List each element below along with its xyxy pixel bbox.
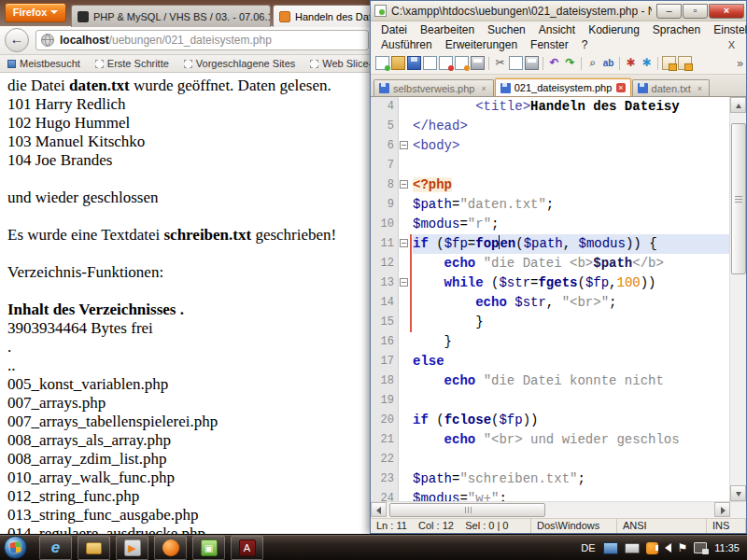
code-line: $modus="r"; (413, 215, 729, 234)
code-token: ; (491, 217, 499, 231)
vertical-scrollbar[interactable] (729, 97, 746, 501)
menu-item-ansicht[interactable]: Ansicht (532, 23, 582, 36)
replace-icon[interactable]: ab (601, 56, 615, 70)
code-token: 014_regulaere_ausdruecke.php (7, 525, 205, 534)
volume-icon[interactable] (665, 543, 671, 553)
document-tab-close-icon[interactable]: × (616, 83, 625, 92)
start-button[interactable] (4, 536, 27, 559)
document-tab-close-icon[interactable]: × (696, 84, 704, 93)
undo-icon[interactable]: ↶ (547, 56, 561, 70)
code-line: echo $str, "<br>"; (413, 293, 729, 313)
firefox-window: Firefox PHP & MySQL / VHS BS / 03. - 07.… (0, 0, 372, 534)
network-icon[interactable] (694, 542, 707, 553)
fold-collapse-icon[interactable]: – (400, 278, 408, 287)
menu-item-?[interactable]: ? (575, 38, 595, 51)
bookmark-item[interactable]: Vorgeschlagene Sites (176, 55, 303, 72)
maximize-button[interactable]: ▫ (683, 4, 708, 19)
open-file-icon[interactable] (391, 56, 405, 70)
taskbar-clock[interactable]: 11:35 (714, 542, 743, 553)
code-line: if ($fp=fopen($path, $modus)) { (413, 234, 729, 254)
close-button[interactable]: × (709, 4, 744, 19)
save-file-icon[interactable] (407, 56, 421, 70)
bookmark-item[interactable]: Erste Schritte (88, 55, 176, 72)
menu-item-sprachen[interactable]: Sprachen (646, 23, 707, 36)
minimize-button[interactable]: – (656, 4, 682, 19)
fold-collapse-icon[interactable]: – (400, 239, 408, 247)
code-token: } (413, 334, 452, 349)
fold-collapse-icon[interactable]: – (400, 141, 408, 149)
scroll-left-arrow[interactable] (371, 502, 387, 517)
taskbar-pinned-apps: e▶▣A (39, 536, 263, 560)
document-tab-active[interactable]: 021_dateisystem.php× (495, 78, 631, 96)
menu-item-suchen[interactable]: Suchen (481, 23, 532, 36)
address-bar[interactable]: localhost /uebungen/021_dateisystem.php (35, 30, 369, 50)
document-tab-close-icon[interactable]: × (479, 84, 487, 93)
scroll-up-arrow[interactable] (730, 97, 746, 113)
save-copy-icon[interactable] (423, 56, 437, 70)
new-file-icon[interactable] (375, 56, 389, 70)
document-tab[interactable]: daten.txt× (632, 79, 710, 96)
horizontal-scrollbar[interactable] (371, 501, 746, 518)
doc-switch-icon[interactable] (662, 56, 676, 70)
menu-item-bearbeiten[interactable]: Bearbeiten (414, 23, 481, 36)
taskbar-button-media-player[interactable]: ▶ (116, 536, 148, 560)
notepadpp-titlebar[interactable]: C:\xampp\htdocs\uebungen\021_dateisystem… (371, 1, 746, 21)
code-token: Es wurde eine Textdatei (7, 226, 164, 244)
menu-item-ausfhren[interactable]: Ausführen (374, 38, 439, 51)
fold-cell (399, 254, 413, 273)
line-number: 23 (371, 469, 394, 489)
code-token: </head> (413, 119, 468, 133)
taskbar-button-adobe-reader[interactable]: A (231, 536, 263, 560)
fold-collapse-icon[interactable]: – (400, 180, 408, 189)
firefox-app-button[interactable]: Firefox (5, 3, 66, 22)
close-document-icon[interactable]: X (721, 39, 742, 50)
back-button[interactable]: ← (5, 28, 29, 52)
windows-explorer-icon (86, 542, 102, 554)
bookmark-item[interactable]: Meistbesucht (0, 55, 88, 72)
paste-icon[interactable] (525, 56, 539, 70)
menu-item-datei[interactable]: Datei (374, 23, 414, 36)
line-number: 11 (371, 234, 394, 254)
flag-icon[interactable]: ⚑ (678, 541, 688, 554)
close-all-icon[interactable] (455, 56, 469, 70)
toolbar-overflow-icon[interactable]: » (737, 57, 743, 70)
redo-icon[interactable]: ↷ (563, 56, 577, 70)
copy-icon[interactable] (509, 56, 523, 70)
bold-text: schreiben.txt (164, 226, 252, 244)
play-macro-icon[interactable]: ✱ (640, 56, 654, 70)
vertical-scroll-thumb[interactable] (731, 123, 746, 274)
taskbar-button-windows-explorer[interactable] (78, 536, 110, 560)
keyboard-language-indicator[interactable]: DE (581, 542, 595, 553)
line-number: 21 (371, 430, 394, 450)
code-line: echo "die Datei <b>$path</b> (413, 254, 729, 273)
record-macro-icon[interactable]: ✱ (624, 56, 638, 70)
fold-cell (399, 430, 413, 450)
find-icon[interactable]: ⌕ (585, 56, 599, 70)
cut-icon[interactable]: ✂ (493, 56, 507, 70)
taskbar-button-image-viewer[interactable]: ▣ (192, 536, 225, 560)
menu-item-fenster[interactable]: Fenster (524, 38, 575, 51)
code-line: $modus="w+"; (413, 489, 729, 501)
page-text-line: .. (7, 357, 372, 375)
fold-cell (399, 411, 413, 430)
display-icon[interactable] (603, 542, 618, 554)
scroll-right-arrow[interactable] (714, 502, 730, 517)
scroll-down-arrow[interactable] (730, 485, 746, 501)
fold-cell (399, 117, 413, 136)
horizontal-scroll-thumb[interactable] (389, 503, 545, 517)
doc-map-icon[interactable] (678, 56, 692, 70)
close-file-icon[interactable] (439, 56, 453, 70)
browser-tab[interactable]: PHP & MySQL / VHS BS / 03. - 07.06.13× (71, 5, 271, 27)
taskbar-button-internet-explorer[interactable]: e (39, 536, 72, 560)
menu-item-kodierung[interactable]: Kodierung (582, 23, 646, 36)
saved-file-icon (379, 83, 389, 93)
code-line (413, 391, 729, 411)
document-tab[interactable]: selbstverweis.php× (374, 79, 494, 96)
keyboard-icon[interactable] (625, 543, 640, 553)
print-icon[interactable] (471, 56, 485, 70)
menu-item-einstellungen[interactable]: Einstellungen (707, 23, 747, 36)
menu-item-erweiterungen[interactable]: Erweiterungen (439, 38, 524, 51)
taskbar-button-firefox[interactable] (154, 536, 187, 560)
code-text-area[interactable]: <title>Handeln des Dateisy</head><body> … (413, 97, 729, 501)
navigation-bar: ← localhost /uebungen/021_dateisystem.ph… (0, 26, 372, 55)
